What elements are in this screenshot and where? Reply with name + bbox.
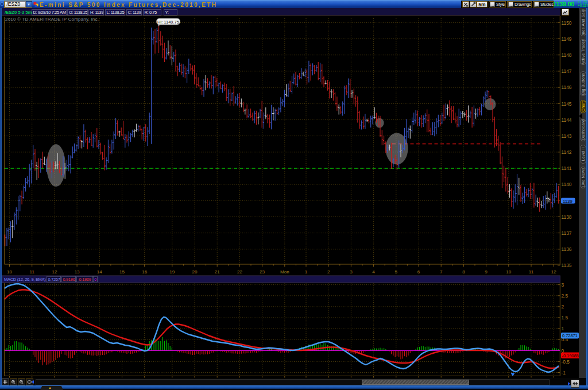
svg-text:0.9196: 0.9196 — [63, 277, 75, 282]
svg-text:1147: 1147 — [562, 68, 572, 74]
svg-text:1138: 1138 — [562, 214, 572, 220]
svg-text:11: 11 — [30, 269, 35, 275]
svg-text:3: 3 — [350, 269, 353, 275]
svg-text:2.5: 2.5 — [562, 293, 568, 299]
svg-text:4: 4 — [372, 269, 375, 275]
svg-text:1139: 1139 — [563, 199, 572, 204]
svg-text:5: 5 — [395, 269, 398, 275]
svg-text:1143: 1143 — [562, 133, 572, 139]
svg-text:20: 20 — [192, 269, 198, 275]
svg-text:6: 6 — [417, 269, 420, 275]
svg-text:16: 16 — [142, 269, 147, 275]
svg-text:13: 13 — [75, 269, 80, 275]
svg-text:15: 15 — [119, 269, 125, 275]
svg-text:1.5: 1.5 — [562, 315, 568, 321]
svg-text:8: 8 — [462, 269, 465, 275]
svg-text:10: 10 — [506, 269, 511, 275]
svg-text:1149: 1149 — [562, 36, 572, 42]
svg-text:11: 11 — [529, 269, 534, 275]
svg-text:1145: 1145 — [562, 101, 572, 107]
svg-text:7: 7 — [440, 269, 443, 275]
svg-text:1144: 1144 — [562, 117, 572, 123]
svg-text:10: 10 — [7, 269, 12, 275]
svg-text:1: 1 — [305, 269, 308, 275]
svg-text:-0.1909: -0.1909 — [78, 277, 91, 282]
svg-text:12: 12 — [52, 269, 57, 275]
svg-text:21: 21 — [215, 269, 220, 275]
svg-text:1136: 1136 — [562, 246, 572, 252]
svg-text:1140: 1140 — [562, 182, 572, 187]
svg-text:-0.19085: -0.19085 — [562, 353, 579, 358]
svg-text:19: 19 — [169, 269, 175, 275]
svg-text:1137: 1137 — [562, 230, 572, 236]
svg-text:1: 1 — [562, 326, 564, 331]
svg-text:1150: 1150 — [562, 20, 572, 26]
svg-text:3: 3 — [562, 282, 564, 288]
svg-text:2: 2 — [327, 269, 330, 275]
svg-text:MACD (12, 26, 9, EMA): MACD (12, 26, 9, EMA) — [4, 277, 46, 282]
svg-text:1146: 1146 — [562, 84, 572, 90]
svg-text:1148: 1148 — [562, 52, 572, 58]
svg-text:Mon: Mon — [280, 269, 289, 275]
svg-text:9: 9 — [485, 269, 488, 275]
svg-text:1135: 1135 — [562, 262, 572, 268]
svg-text:23: 23 — [260, 269, 265, 275]
svg-text:1141: 1141 — [562, 165, 572, 171]
svg-text:0.7267: 0.7267 — [48, 277, 60, 282]
svg-text:22: 22 — [237, 269, 242, 275]
svg-text:Hi: 1149.75: Hi: 1149.75 — [157, 20, 179, 25]
svg-text:12: 12 — [551, 269, 556, 275]
svg-text:0.72871: 0.72871 — [562, 333, 578, 338]
svg-text:-1: -1 — [562, 370, 566, 376]
svg-text:14: 14 — [97, 269, 102, 275]
svg-text:1142: 1142 — [562, 149, 572, 155]
svg-text:0: 0 — [94, 277, 96, 282]
svg-text:2: 2 — [562, 304, 564, 310]
svg-text:2010 © TD AMERITRADE IP Compan: 2010 © TD AMERITRADE IP Company, Inc. — [5, 17, 99, 22]
svg-text:-0.5: -0.5 — [562, 359, 570, 365]
